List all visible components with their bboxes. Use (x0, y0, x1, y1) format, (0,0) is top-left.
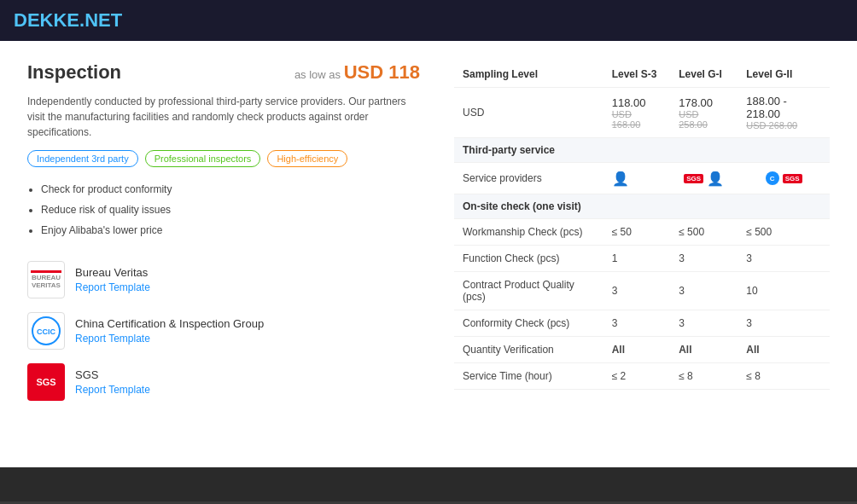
bullet-2: Reduce risk of quality issues (41, 200, 420, 220)
sp-gi: SGS 👤 (670, 163, 737, 194)
price-value: USD 118 (344, 61, 420, 83)
bullet-1: Check for product conformity (41, 179, 420, 200)
row-gii: 3 (737, 246, 830, 272)
price-line: as low as USD 118 (294, 61, 420, 84)
col-s3: Level S-3 (603, 61, 671, 88)
header: DEKKE.NET (0, 0, 857, 41)
table-row: Function Check (pcs) 1 3 3 (454, 246, 830, 272)
third-party-label: Third-party service (454, 138, 830, 163)
sgs-report-link[interactable]: Report Template (75, 384, 150, 396)
onsite-label: On-site check (one visit) (454, 194, 830, 219)
provider-ccic: CCIC China Certification & Inspection Gr… (27, 312, 420, 350)
row-label: Function Check (pcs) (454, 246, 603, 272)
table-header-row: Sampling Level Level S-3 Level G-I Level… (454, 61, 830, 88)
row-gi: 3 (670, 246, 737, 272)
col-gii: Level G-II (737, 61, 830, 88)
row-gii: ≤ 8 (737, 363, 830, 390)
person-icon-s3: 👤 (612, 170, 629, 187)
bv-name: Bureau Veritas (75, 266, 150, 279)
table-row: Conformity Check (pcs) 3 3 3 (454, 310, 830, 337)
row-gii: All (737, 337, 830, 363)
usd-gii: 188.00 - 218.00 USD 268.00 (737, 88, 830, 138)
usd-row: USD 118.00 USD 168.00 178.00 USD 258.00 … (454, 88, 830, 138)
row-s3: 1 (603, 246, 671, 272)
row-s3: ≤ 50 (603, 219, 671, 246)
onsite-section: On-site check (one visit) (454, 194, 830, 219)
row-gi: ≤ 500 (670, 219, 737, 246)
sgs-name: SGS (75, 368, 150, 381)
ccic-badge-gii: C (766, 171, 779, 185)
tag-high-efficiency: High-efficiency (267, 150, 347, 167)
bullet-3: Enjoy Alibaba's lower price (41, 220, 420, 240)
table-row: Service Time (hour) ≤ 2 ≤ 8 ≤ 8 (454, 363, 830, 390)
row-label: Contract Product Quality (pcs) (454, 272, 603, 310)
row-gi: 3 (670, 272, 737, 310)
row-s3: 3 (603, 272, 671, 310)
bv-logo: BUREAUVERITAS (27, 261, 65, 298)
row-s3: All (603, 337, 671, 363)
bv-info: Bureau Veritas Report Template (75, 266, 150, 294)
right-panel: Sampling Level Level S-3 Level G-I Level… (454, 61, 830, 447)
sgs-logo: SGS (27, 363, 65, 401)
col-sampling: Sampling Level (454, 61, 603, 88)
pricing-table: Sampling Level Level S-3 Level G-I Level… (454, 61, 830, 390)
ccic-report-link[interactable]: Report Template (75, 333, 150, 345)
row-gi: 3 (670, 310, 737, 337)
tags-container: Independent 3rd party Professional inspe… (27, 150, 420, 167)
row-gi: All (670, 337, 737, 363)
usd-gi: 178.00 USD 258.00 (670, 88, 737, 138)
svg-text:CCIC: CCIC (37, 327, 55, 336)
col-gi: Level G-I (670, 61, 737, 88)
row-gii: ≤ 500 (737, 219, 830, 246)
usd-s3: 118.00 USD 168.00 (603, 88, 671, 138)
row-gii: 10 (737, 272, 830, 310)
providers-list: BUREAUVERITAS Bureau Veritas Report Temp… (27, 261, 420, 401)
table-row: Quantity Verification All All All (454, 337, 830, 363)
sgs-badge-gii: SGS (783, 174, 802, 183)
left-panel: Inspection as low as USD 118 Independent… (27, 61, 420, 447)
row-label: Quantity Verification (454, 337, 603, 363)
price-prefix: as low as (294, 68, 341, 81)
row-s3: 3 (603, 310, 671, 337)
row-gi: ≤ 8 (670, 363, 737, 390)
person-icon-gi: 👤 (707, 170, 724, 187)
logo-suffix: .NET (79, 9, 122, 31)
provider-bv: BUREAUVERITAS Bureau Veritas Report Temp… (27, 261, 420, 298)
bv-report-link[interactable]: Report Template (75, 281, 150, 293)
provider-sgs: SGS SGS Report Template (27, 363, 420, 401)
ccic-info: China Certification & Inspection Group R… (75, 317, 264, 345)
ccic-name: China Certification & Inspection Group (75, 317, 264, 330)
sp-gii: C SGS (737, 163, 830, 194)
sgs-badge-gi: SGS (684, 174, 703, 183)
sgs-info: SGS Report Template (75, 368, 150, 397)
row-label: Service Time (hour) (454, 363, 603, 390)
third-party-section: Third-party service (454, 138, 830, 163)
service-providers-label: Service providers (454, 163, 603, 194)
service-providers-row: Service providers 👤 SGS 👤 (454, 163, 830, 194)
page-title: Inspection (27, 61, 121, 84)
logo-main: DEKKE (14, 9, 79, 31)
table-row: Contract Product Quality (pcs) 3 3 10 (454, 272, 830, 310)
row-label: Workmanship Check (pcs) (454, 219, 603, 246)
table-row: Workmanship Check (pcs) ≤ 50 ≤ 500 ≤ 500 (454, 219, 830, 246)
main-content: Inspection as low as USD 118 Independent… (0, 41, 857, 467)
footer (0, 467, 857, 501)
logo: DEKKE.NET (14, 9, 122, 32)
sp-s3: 👤 (603, 163, 671, 194)
tag-professional: Professional inspectors (145, 150, 261, 167)
ccic-logo: CCIC (27, 312, 65, 350)
description: Independently conducted by professional … (27, 94, 420, 140)
usd-label: USD (454, 88, 603, 138)
row-label: Conformity Check (pcs) (454, 310, 603, 337)
tag-independent: Independent 3rd party (27, 150, 138, 167)
row-gii: 3 (737, 310, 830, 337)
bullets-list: Check for product conformity Reduce risk… (27, 179, 420, 240)
row-s3: ≤ 2 (603, 363, 671, 390)
